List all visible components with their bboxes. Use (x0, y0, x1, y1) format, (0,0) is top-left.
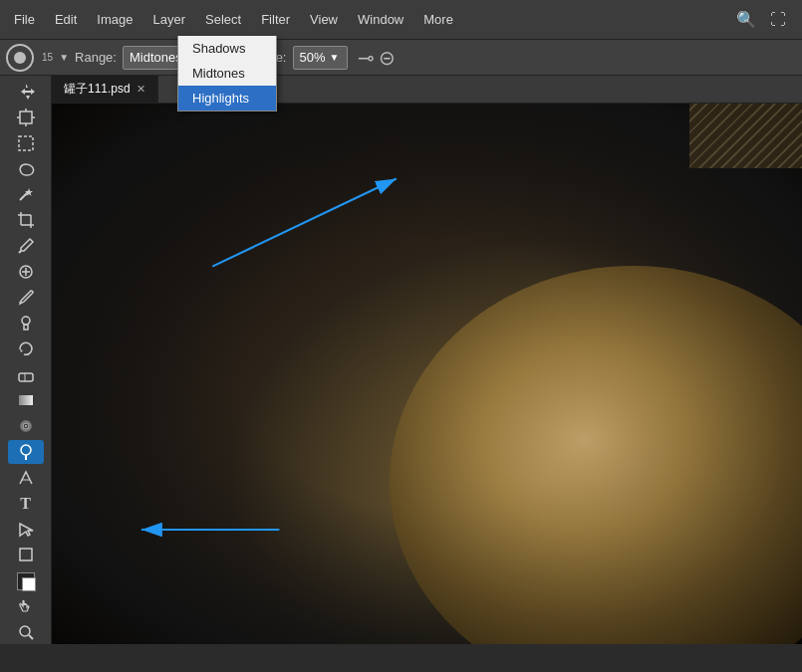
svg-point-24 (25, 425, 27, 427)
crop-icon (17, 211, 35, 229)
lasso-icon (17, 160, 35, 178)
menu-filter[interactable]: Filter (251, 0, 300, 39)
tool-lasso[interactable] (8, 157, 44, 181)
tool-dodge[interactable] (8, 440, 44, 464)
zoom-icon (17, 623, 35, 641)
svg-rect-28 (20, 549, 32, 560)
tool-path-select[interactable] (8, 518, 44, 542)
gradient-icon (17, 391, 35, 409)
brush-size-arrow[interactable]: ▼ (59, 52, 69, 63)
exposure-arrow: ▼ (330, 52, 340, 63)
tool-pen[interactable] (8, 466, 44, 490)
tool-gradient[interactable] (8, 388, 44, 412)
eraser-icon (17, 365, 35, 383)
tool-marquee[interactable] (8, 131, 44, 155)
range-dropdown-menu: Shadows Midtones Highlights (177, 36, 277, 112)
svg-line-12 (19, 251, 21, 253)
airbrush-icon[interactable]: ⊸ (358, 46, 375, 70)
tool-brush[interactable] (8, 286, 44, 310)
tool-crop[interactable] (8, 208, 44, 232)
tool-heal[interactable] (8, 260, 44, 284)
tool-blur[interactable] (8, 414, 44, 438)
menu-bar: File Edit Image Layer Select Filter View… (0, 0, 802, 40)
history-brush-icon (17, 340, 35, 358)
type-label: T (20, 495, 31, 513)
search-icon[interactable]: 🔍 (732, 6, 760, 33)
tool-stamp[interactable] (8, 312, 44, 336)
menu-file[interactable]: File (4, 0, 45, 39)
heal-icon (17, 263, 35, 281)
tool-eyedropper[interactable] (8, 234, 44, 258)
menu-select[interactable]: Select (195, 0, 251, 39)
brush-size-label: 15 (42, 52, 53, 63)
photo-stripes (689, 104, 802, 168)
tool-shape[interactable] (8, 543, 44, 566)
main-area: T 罐子111.psd ✕ (0, 76, 802, 644)
range-dropdown-value: Midtones (130, 50, 182, 65)
eyedropper-icon (17, 237, 35, 255)
canvas-area: 罐子111.psd ✕ (52, 76, 802, 644)
svg-point-29 (20, 626, 30, 636)
menu-more[interactable]: More (413, 0, 463, 39)
svg-rect-21 (19, 395, 33, 405)
tool-move[interactable] (8, 80, 44, 104)
tab-close-button[interactable]: ✕ (136, 83, 145, 96)
range-label: Range: (75, 50, 117, 65)
fullscreen-icon[interactable]: ⛶ (766, 7, 790, 33)
stamp-icon (17, 315, 35, 333)
brush-circle-inner (14, 52, 26, 64)
svg-point-25 (21, 445, 31, 455)
image-canvas (52, 104, 802, 644)
svg-marker-18 (20, 349, 23, 352)
path-select-icon (17, 521, 35, 539)
tab-bar: 罐子111.psd ✕ (52, 76, 802, 104)
exposure-value[interactable]: 50% ▼ (293, 46, 348, 70)
menu-layer[interactable]: Layer (143, 0, 196, 39)
options-bar: 15 ▼ Range: Midtones ▼ Exposure: 50% ▼ ⊸… (0, 40, 802, 76)
dodge-icon (17, 443, 35, 461)
move-icon (16, 82, 36, 102)
foreground-color[interactable] (17, 572, 35, 590)
toolbar: T (0, 76, 52, 644)
tool-type[interactable]: T (8, 492, 44, 516)
svg-rect-17 (24, 325, 28, 330)
tool-eraser[interactable] (8, 362, 44, 386)
tool-zoom[interactable] (8, 620, 44, 644)
dropdown-midtones[interactable]: Midtones (178, 61, 276, 86)
svg-line-30 (29, 635, 33, 639)
svg-rect-19 (19, 373, 33, 381)
svg-rect-0 (20, 112, 32, 123)
exposure-number: 50% (300, 50, 326, 65)
tool-artboard[interactable] (8, 106, 44, 129)
dropdown-shadows[interactable]: Shadows (178, 36, 276, 61)
svg-point-16 (22, 317, 30, 325)
color-swatches[interactable] (17, 572, 35, 590)
menu-view[interactable]: View (300, 0, 348, 39)
svg-rect-5 (19, 136, 33, 150)
brush-icon (17, 289, 35, 307)
magic-wand-icon (17, 185, 35, 203)
menu-edit[interactable]: Edit (45, 0, 87, 39)
pen-icon (17, 469, 35, 487)
brush-preview[interactable] (6, 44, 34, 72)
shape-icon (17, 546, 35, 563)
marquee-icon (17, 134, 35, 152)
pressure-icon[interactable]: ⊝ (379, 46, 396, 70)
menubar-icons: 🔍 ⛶ (732, 6, 798, 33)
brush-style-icons: ⊸ ⊝ (358, 46, 396, 70)
tab-file[interactable]: 罐子111.psd ✕ (52, 76, 158, 103)
blur-icon (17, 417, 35, 435)
artboard-icon (17, 109, 35, 126)
hand-icon (17, 597, 35, 615)
background-color[interactable] (22, 577, 36, 591)
tool-magic-wand[interactable] (8, 182, 44, 206)
tab-file-label: 罐子111.psd (64, 81, 131, 98)
dropdown-highlights[interactable]: Highlights (178, 86, 276, 111)
menu-window[interactable]: Window (348, 0, 413, 39)
menu-image[interactable]: Image (87, 0, 142, 39)
tool-hand[interactable] (8, 594, 44, 618)
tool-history-brush[interactable] (8, 337, 44, 361)
